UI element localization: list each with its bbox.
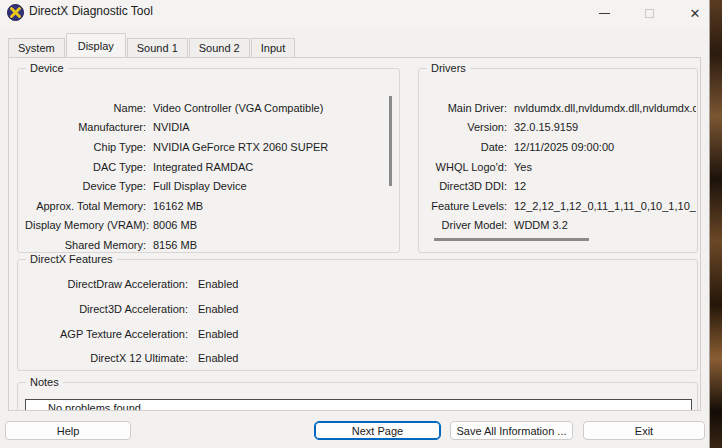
maximize-icon [645,9,654,18]
tab-sound2[interactable]: Sound 2 [189,38,250,57]
tab-strip: System Display Sound 1 Sound 2 Input [8,38,296,57]
titlebar: DirectX Diagnostic Tool ✕ [0,0,709,30]
desktop-wallpaper-strip [709,0,722,448]
window-title: DirectX Diagnostic Tool [29,4,153,18]
display-tab-pane: Device Name: Video Controller (VGA Compa… [8,57,701,411]
exit-button[interactable]: Exit [583,421,705,440]
driver-row: Driver Model: WDDM 3.2 [426,216,696,236]
tab-display[interactable]: Display [66,33,126,57]
drivers-group-title: Drivers [427,62,470,74]
notes-textbox[interactable]: No problems found. [25,399,692,411]
tab-input[interactable]: Input [251,38,295,57]
directx-features-group-title: DirectX Features [26,253,117,265]
driver-row: Direct3D DDI: 12 [426,176,696,196]
notes-text: No problems found. [26,400,691,411]
close-icon: ✕ [690,7,701,20]
device-row: Chip Type: NVIDIA GeForce RTX 2060 SUPER [25,137,389,157]
maximize-button[interactable] [633,0,665,26]
minimize-button[interactable] [588,0,620,26]
device-row: Device Type: Full Display Device [25,176,389,196]
device-rows: Name: Video Controller (VGA Compatible) … [25,98,389,255]
feature-row: Direct3D Acceleration: Enabled [25,297,685,322]
device-group-title: Device [26,62,68,74]
directx-features-rows: DirectDraw Acceleration: Enabled Direct3… [25,272,685,371]
minimize-icon [599,13,610,14]
drivers-horizontal-scrollbar[interactable] [434,238,589,241]
drivers-rows: Main Driver: nvldumdx.dll,nvldumdx.dll,n… [426,98,696,235]
device-row: DAC Type: Integrated RAMDAC [25,157,389,177]
driver-row: Feature Levels: 12_2,12_1,12_0,11_1,11_0… [426,196,696,216]
feature-row: AGP Texture Acceleration: Enabled [25,321,685,346]
help-button[interactable]: Help [5,421,131,440]
device-row: Name: Video Controller (VGA Compatible) [25,98,389,118]
driver-row: Date: 12/11/2025 09:00:00 [426,137,696,157]
device-row: Display Memory (VRAM): 8006 MB [25,216,389,236]
feature-row: DirectDraw Acceleration: Enabled [25,272,685,297]
device-vertical-scrollbar[interactable] [389,96,392,186]
feature-row: DirectX 12 Ultimate: Enabled [25,346,685,371]
close-button[interactable]: ✕ [679,0,711,26]
driver-row: Version: 32.0.15.9159 [426,118,696,138]
dxdiag-window: DirectX Diagnostic Tool ✕ System Display… [0,0,710,448]
notes-group-title: Notes [26,376,63,388]
driver-row: WHQL Logo'd: Yes [426,157,696,177]
next-page-button[interactable]: Next Page [314,421,441,440]
device-row: Approx. Total Memory: 16162 MB [25,196,389,216]
tab-system[interactable]: System [8,38,65,57]
save-all-information-button[interactable]: Save All Information ... [450,421,573,440]
device-row: Manufacturer: NVIDIA [25,118,389,138]
directx-logo-icon [7,4,24,21]
driver-row: Main Driver: nvldumdx.dll,nvldumdx.dll,n… [426,98,696,118]
tab-sound1[interactable]: Sound 1 [127,38,188,57]
device-row: Shared Memory: 8156 MB [25,235,389,255]
